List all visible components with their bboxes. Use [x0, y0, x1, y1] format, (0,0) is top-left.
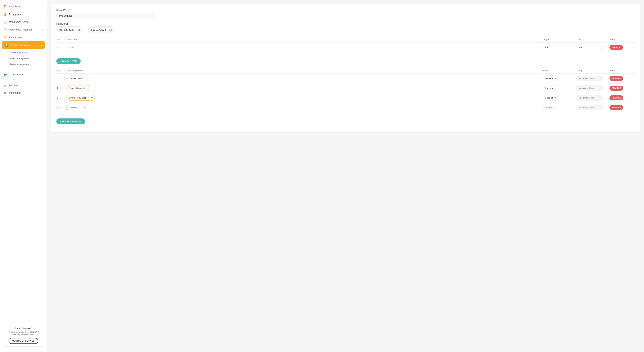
group-input-2[interactable] — [576, 85, 603, 91]
employee-select-1[interactable]: Cantika Dewi — [66, 75, 90, 81]
sidebar-item-label: CV Screening — [9, 73, 24, 76]
employee-select-4[interactable]: -- Select -- — [66, 105, 88, 110]
col-header-roles: Roles — [542, 69, 576, 72]
sidebar-nav: ⏰ Kehadiran ▾ 💰 Penggajian 🧾 Manajemen B… — [0, 3, 47, 322]
chevron-down-icon: ▾ — [42, 5, 44, 8]
help-title: Butuh Bantuan? — [6, 327, 41, 330]
help-box: Butuh Bantuan? Informasikan langsung kep… — [3, 324, 44, 347]
role-select-3[interactable]: Checker — [542, 95, 558, 100]
payment-icon: 💳 — [3, 35, 7, 39]
sidebar-item-penggajian[interactable]: 💰 Penggajian — [0, 10, 47, 18]
item-row-1-uom — [576, 44, 610, 50]
col-header-nama-employee: Nama Employee — [66, 69, 542, 72]
members-table-section: No Nama Employee Roles Group Action 1 Ca… — [56, 67, 634, 112]
date-separator: - — [85, 28, 86, 31]
member-row-1: 1 Cantika Dewi ✕ Manager — [56, 73, 634, 83]
member-row-4-role: Worker — [542, 105, 576, 110]
col-header-nama-item: Nama Item — [66, 38, 542, 41]
tambah-member-button[interactable]: + TAMBAH MEMBER — [56, 118, 85, 124]
employee-clear-btn-1[interactable]: ✕ — [82, 77, 85, 80]
remove-button-4[interactable]: REMOVE — [610, 105, 623, 110]
item-row-1-action: HAPUS — [610, 45, 634, 50]
item-target-input-1[interactable] — [542, 44, 569, 50]
sidebar-item-manajemen-pinjaman[interactable]: 🧾 Manajemen Pinjaman ▾ — [0, 26, 47, 33]
sidebar-item-label: Kehadiran — [9, 5, 20, 8]
col-header-no: No — [56, 38, 66, 41]
item-uom-input-1[interactable] — [576, 44, 603, 50]
date-start-input[interactable] — [56, 26, 83, 33]
member-row-2-no: 2 — [56, 87, 66, 89]
chevron-down-icon: ▾ — [42, 36, 44, 38]
items-table-section: No Nama Item Target UOM Action 1 Kayu — [56, 36, 634, 52]
divider — [3, 69, 44, 69]
col-header-group: Group — [576, 69, 610, 72]
sidebar-item-pengaturan[interactable]: ⚙️ Pengaturan — [0, 89, 47, 97]
item-nama-select-1[interactable]: Kayu — [66, 44, 79, 50]
employee-select-2[interactable]: Brian Ridwan — [66, 85, 90, 91]
clock-icon: ⏰ — [3, 5, 7, 8]
tambah-item-button[interactable]: + TAMBAH ITEM — [56, 58, 81, 64]
employee-clear-btn-4[interactable]: ✕ — [80, 106, 83, 109]
members-table-header: No Nama Employee Roles Group Action — [56, 67, 634, 73]
sidebar-item-label: Penggajian — [9, 13, 21, 15]
date-end-input[interactable] — [88, 26, 115, 33]
item-row-1: 1 Kayu HAPUS — [56, 42, 634, 52]
users-icon: 👥 — [3, 73, 7, 76]
sidebar-item-item-management[interactable]: Item Management — [0, 50, 47, 55]
member-row-2-group — [576, 85, 610, 91]
sidebar-item-pembayaran[interactable]: 💳 Pembayaran ▾ — [0, 33, 47, 41]
role-select-4[interactable]: Worker — [542, 105, 557, 110]
group-input-3[interactable] — [576, 95, 603, 100]
group-input-4[interactable] — [576, 105, 603, 110]
employee-clear-btn-2[interactable]: ✕ — [82, 87, 86, 89]
chevron-up-icon: ▴ — [41, 44, 42, 46]
employee-clear-btn-3[interactable]: ✕ — [87, 97, 90, 99]
sidebar-item-manajemen-biaya[interactable]: 🧾 Manajemen Biaya ▾ — [0, 18, 47, 26]
chart-icon: 📊 — [3, 83, 7, 87]
remove-button-1[interactable]: REMOVE — [610, 76, 623, 81]
sidebar-item-cv-screening[interactable]: 👥 CV Screening — [0, 71, 47, 78]
col-header-no-member: No — [56, 69, 66, 72]
employee-select-3[interactable]: Effene Herry Latip — [66, 95, 95, 100]
production-tracker-submenu: Item Management Project Management Repor… — [0, 49, 47, 68]
customer-service-button[interactable]: CUSTOMER SERVICE — [8, 338, 38, 344]
sidebar-item-label: Manajemen Pinjaman — [9, 28, 32, 31]
sidebar-item-report-management[interactable]: Report Management — [0, 61, 47, 67]
item-row-1-no: 1 — [56, 46, 66, 49]
clipboard-icon: 📋 — [5, 43, 8, 47]
member-row-1-employee: Cantika Dewi ✕ — [66, 75, 542, 81]
col-header-target: Target — [542, 38, 576, 41]
date-range: - — [56, 26, 634, 33]
sidebar-item-production-tracker[interactable]: 📋 Production Tracker ▴ — [2, 41, 45, 49]
col-header-action: Action — [610, 38, 634, 41]
role-select-1[interactable]: Manager — [542, 75, 558, 81]
sidebar-item-label: Production Tracker — [10, 44, 30, 46]
money-icon: 💰 — [3, 12, 7, 16]
sidebar-item-label: Laporan — [9, 84, 18, 86]
sidebar: ⏰ Kehadiran ▾ 💰 Penggajian 🧾 Manajemen B… — [0, 0, 47, 352]
member-row-2-role: Operator — [542, 85, 576, 91]
sidebar-item-project-management[interactable]: Project Management — [0, 55, 47, 61]
remove-button-2[interactable]: REMOVE — [610, 86, 623, 91]
member-row-2: 2 Brian Ridwan ✕ Operator — [56, 83, 634, 93]
hari-efektif-label: Hari Efektif — [56, 22, 634, 25]
nama-project-input[interactable] — [56, 13, 154, 19]
sidebar-item-kehadiran[interactable]: ⏰ Kehadiran ▾ — [0, 3, 47, 10]
hapus-button-1[interactable]: HAPUS — [610, 45, 623, 50]
member-row-3-role: Checker — [542, 95, 576, 100]
member-row-3-group — [576, 95, 610, 100]
member-row-4: 4 -- Select -- ✕ Worker — [56, 103, 634, 112]
sidebar-item-label: Pengaturan — [9, 91, 21, 94]
items-table-header: No Nama Item Target UOM Action — [56, 36, 634, 42]
member-row-4-action: REMOVE — [610, 105, 634, 110]
member-row-1-role: Manager — [542, 75, 576, 81]
member-row-3-no: 3 — [56, 96, 66, 99]
main-content: Nama Project Hari Efektif - No Nama Item… — [47, 0, 644, 352]
chevron-down-icon: ▾ — [42, 28, 44, 31]
item-row-1-nama: Kayu — [66, 44, 542, 50]
chevron-down-icon: ▾ — [42, 21, 44, 23]
role-select-2[interactable]: Operator — [542, 85, 558, 91]
sidebar-item-laporan[interactable]: 📊 Laporan — [0, 81, 47, 89]
group-input-1[interactable] — [576, 75, 603, 81]
remove-button-3[interactable]: REMOVE — [610, 95, 623, 100]
